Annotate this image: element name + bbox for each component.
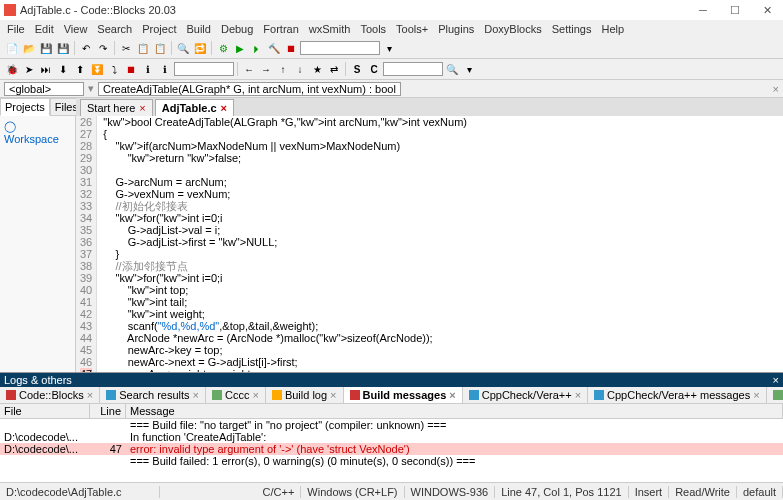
step-into-icon[interactable]: ⬇ [55,61,71,77]
menu-help[interactable]: Help [596,21,629,37]
build-target-select[interactable] [300,41,380,55]
menu-build[interactable]: Build [181,21,215,37]
replace-icon[interactable]: 🔁 [192,40,208,56]
nav-back-icon[interactable]: ← [241,61,257,77]
search-dropdown-icon[interactable]: ▾ [461,61,477,77]
target-dropdown-icon[interactable]: ▾ [381,40,397,56]
toolbar-row-1: 📄 📂 💾 💾 ↶ ↷ ✂ 📋 📋 🔍 🔁 ⚙ ▶ ⏵ 🔨 ⏹ ▾ [0,38,783,59]
close-icon[interactable]: × [193,389,199,401]
step-out-icon[interactable]: ⬆ [72,61,88,77]
close-icon[interactable]: × [753,389,759,401]
run-icon[interactable]: ▶ [232,40,248,56]
close-icon[interactable]: × [575,389,581,401]
minimize-button[interactable]: ─ [691,2,715,18]
scope-global[interactable]: <global> [4,82,84,96]
run-to-cursor-icon[interactable]: ➤ [21,61,37,77]
new-file-icon[interactable]: 📄 [4,40,20,56]
open-file-icon[interactable]: 📂 [21,40,37,56]
scope-close-icon[interactable]: × [773,83,779,95]
build-message-row[interactable]: === Build failed: 1 error(s), 0 warning(… [0,455,783,467]
redo-icon[interactable]: ↷ [95,40,111,56]
tab-icon [350,390,360,400]
menu-project[interactable]: Project [137,21,181,37]
abort-icon[interactable]: ⏹ [283,40,299,56]
rebuild-icon[interactable]: 🔨 [266,40,282,56]
scope-function[interactable]: CreateAdjTable(ALGraph* G, int arcNum, i… [98,82,401,96]
col-message[interactable]: Message [126,404,783,418]
menu-search[interactable]: Search [92,21,137,37]
menu-settings[interactable]: Settings [547,21,597,37]
scope-bar: <global> ▾ CreateAdjTable(ALGraph* G, in… [0,80,783,98]
build-icon[interactable]: ⚙ [215,40,231,56]
editor-tabs: Start here× AdjTable.c× [76,98,783,116]
menu-edit[interactable]: Edit [30,21,59,37]
log-tab-3[interactable]: Build log× [266,387,344,403]
menu-tools+[interactable]: Tools+ [391,21,433,37]
log-tab-2[interactable]: Cccc× [206,387,266,403]
log-tab-1[interactable]: Search results× [100,387,206,403]
jump-down-icon[interactable]: ↓ [292,61,308,77]
next-instr-icon[interactable]: ⏬ [89,61,105,77]
close-icon[interactable]: × [87,389,93,401]
menu-fortran[interactable]: Fortran [258,21,303,37]
info-icon[interactable]: ℹ [157,61,173,77]
jump-up-icon[interactable]: ↑ [275,61,291,77]
log-tab-4[interactable]: Build messages× [344,387,463,403]
logs-title: Logs & others [4,374,72,386]
toggle-icon[interactable]: ⇄ [326,61,342,77]
save-icon[interactable]: 💾 [38,40,54,56]
menu-plugins[interactable]: Plugins [433,21,479,37]
close-icon[interactable]: × [330,389,336,401]
undo-icon[interactable]: ↶ [78,40,94,56]
find-icon[interactable]: 🔍 [175,40,191,56]
menu-tools[interactable]: Tools [355,21,391,37]
status-position: Line 47, Col 1, Pos 1121 [495,486,628,498]
debug-icon[interactable]: 🐞 [4,61,20,77]
build-message-row[interactable]: D:\codecode\...47error: invalid type arg… [0,443,783,455]
close-icon[interactable]: × [252,389,258,401]
quick-search-input[interactable] [383,62,443,76]
cut-icon[interactable]: ✂ [118,40,134,56]
step-instr-icon[interactable]: ⤵ [106,61,122,77]
maximize-button[interactable]: ☐ [723,2,747,18]
letter-s-icon[interactable]: S [349,61,365,77]
file-tab[interactable]: AdjTable.c× [155,99,234,116]
projects-tab[interactable]: Projects [0,98,50,116]
start-here-tab[interactable]: Start here× [80,99,153,116]
next-line-icon[interactable]: ⏭ [38,61,54,77]
build-run-icon[interactable]: ⏵ [249,40,265,56]
menu-view[interactable]: View [59,21,93,37]
log-tab-0[interactable]: Code::Blocks× [0,387,100,403]
debug-windows-icon[interactable]: ℹ [140,61,156,77]
menu-debug[interactable]: Debug [216,21,258,37]
nav-forward-icon[interactable]: → [258,61,274,77]
log-tab-5[interactable]: CppCheck/Vera++× [463,387,588,403]
paste-icon[interactable]: 📋 [152,40,168,56]
close-button[interactable]: ✕ [755,2,779,18]
col-file[interactable]: File [0,404,90,418]
log-tab-6[interactable]: CppCheck/Vera++ messages× [588,387,767,403]
menu-file[interactable]: File [2,21,30,37]
save-all-icon[interactable]: 💾 [55,40,71,56]
menu-doxyblocks[interactable]: DoxyBlocks [479,21,546,37]
debug-select[interactable] [174,62,234,76]
workspace-label[interactable]: Workspace [4,133,59,145]
stop-debug-icon[interactable]: ⏹ [123,61,139,77]
tab-icon [6,390,16,400]
close-icon[interactable]: × [221,102,227,114]
close-icon[interactable]: × [449,389,455,401]
build-message-row[interactable]: D:\codecode\...In function 'CreateAdjTab… [0,431,783,443]
copy-icon[interactable]: 📋 [135,40,151,56]
col-line[interactable]: Line [90,404,126,418]
bookmark-icon[interactable]: ★ [309,61,325,77]
log-tab-7[interactable]: Cscope× [767,387,783,403]
code-editor[interactable]: 2627282930313233343536373839404142434445… [76,116,783,372]
logs-close-icon[interactable]: × [773,374,779,386]
menu-wxsmith[interactable]: wxSmith [304,21,356,37]
close-icon[interactable]: × [139,102,145,114]
management-panel: Projects Files ◯ Workspace [0,98,76,372]
search-icon[interactable]: 🔍 [444,61,460,77]
window-title: AdjTable.c - Code::Blocks 20.03 [20,4,691,16]
build-message-row[interactable]: === Build file: "no target" in "no proje… [0,419,783,431]
letter-c-icon[interactable]: C [366,61,382,77]
